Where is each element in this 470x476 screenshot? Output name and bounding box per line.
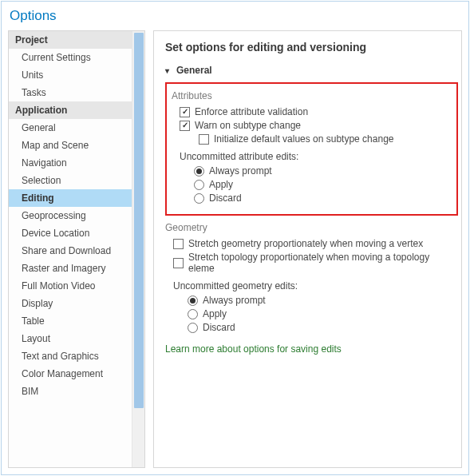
sidebar-item-table[interactable]: Table <box>9 312 144 330</box>
uncommitted-geom-radio[interactable] <box>188 323 198 333</box>
scrollbar-thumb[interactable] <box>134 33 144 408</box>
stretch-topo-label: Stretch topology proportionately when mo… <box>188 252 458 274</box>
sidebar-item-bim[interactable]: BIM <box>9 383 144 400</box>
sidebar-item-text-and-graphics[interactable]: Text and Graphics <box>9 347 144 365</box>
attributes-highlight: Attributes Enforce attribute validation … <box>165 82 458 216</box>
init-defaults-label: Initialize default values on subtype cha… <box>214 133 394 145</box>
uncommitted-geom-option-always-prompt[interactable]: Always prompt <box>188 295 458 306</box>
uncommitted-geom-radio-label: Discard <box>203 322 235 333</box>
sidebar-item-navigation[interactable]: Navigation <box>9 154 144 172</box>
sidebar-item-current-settings[interactable]: Current Settings <box>9 49 144 66</box>
geometry-title: Geometry <box>165 222 458 233</box>
learn-more-link[interactable]: Learn more about options for saving edit… <box>165 343 342 355</box>
sidebar-item-share-and-download[interactable]: Share and Download <box>9 242 144 260</box>
dialog-title: Options <box>2 2 468 30</box>
uncommitted-geom-label: Uncommitted geometry edits: <box>173 280 458 292</box>
stretch-vertex-row[interactable]: Stretch geometry proportionately when mo… <box>173 238 458 249</box>
sidebar-item-full-motion-video[interactable]: Full Motion Video <box>9 277 144 295</box>
chevron-down-icon: ▾ <box>165 66 173 75</box>
init-defaults-row[interactable]: Initialize default values on subtype cha… <box>199 133 452 145</box>
attributes-title: Attributes <box>172 90 452 101</box>
sidebar-item-raster-and-imagery[interactable]: Raster and Imagery <box>9 260 144 277</box>
uncommitted-attr-label: Uncommitted attribute edits: <box>180 151 452 162</box>
sidebar-item-map-and-scene[interactable]: Map and Scene <box>9 137 144 154</box>
options-dialog: Options ProjectCurrent SettingsUnitsTask… <box>1 1 469 475</box>
init-defaults-checkbox[interactable] <box>199 134 209 145</box>
stretch-vertex-checkbox[interactable] <box>173 239 184 249</box>
sidebar-item-device-location[interactable]: Device Location <box>9 224 144 242</box>
enforce-label: Enforce attribute validation <box>195 106 308 117</box>
uncommitted-attr-option-apply[interactable]: Apply <box>194 179 452 190</box>
enforce-row[interactable]: Enforce attribute validation <box>180 106 452 117</box>
sidebar-item-layout[interactable]: Layout <box>9 330 144 347</box>
stretch-topo-checkbox[interactable] <box>173 258 184 268</box>
sidebar-item-display[interactable]: Display <box>9 295 144 312</box>
stretch-topo-row[interactable]: Stretch topology proportionately when mo… <box>173 252 458 274</box>
sidebar-item-units[interactable]: Units <box>9 66 144 84</box>
warn-subtype-label: Warn on subtype change <box>195 120 301 131</box>
sidebar-scrollbar[interactable] <box>132 31 144 467</box>
category-sidebar: ProjectCurrent SettingsUnitsTasksApplica… <box>8 30 145 468</box>
uncommitted-geom-radio-label: Apply <box>203 308 227 319</box>
group-label: General <box>176 65 212 76</box>
uncommitted-geom-radio[interactable] <box>188 296 198 306</box>
content-panel: Set options for editing and versioning ▾… <box>153 30 462 468</box>
uncommitted-attr-radio-label: Discard <box>209 192 242 204</box>
sidebar-item-color-management[interactable]: Color Management <box>9 365 144 383</box>
uncommitted-attr-radio-label: Apply <box>209 179 233 190</box>
enforce-checkbox[interactable] <box>180 107 190 117</box>
warn-subtype-row[interactable]: Warn on subtype change <box>180 120 452 131</box>
sidebar-item-geoprocessing[interactable]: Geoprocessing <box>9 207 144 224</box>
sidebar-item-general[interactable]: General <box>9 119 144 137</box>
uncommitted-attr-radio[interactable] <box>194 193 204 204</box>
page-heading: Set options for editing and versioning <box>165 41 458 54</box>
uncommitted-attr-option-always-prompt[interactable]: Always prompt <box>194 165 452 177</box>
stretch-vertex-label: Stretch geometry proportionately when mo… <box>188 238 423 249</box>
group-general-header[interactable]: ▾ General <box>165 65 458 76</box>
uncommitted-geom-radio[interactable] <box>188 309 198 319</box>
sidebar-item-editing[interactable]: Editing <box>9 189 144 207</box>
uncommitted-attr-radio-label: Always prompt <box>209 165 272 177</box>
sidebar-category-project: Project <box>9 31 144 49</box>
uncommitted-geom-option-apply[interactable]: Apply <box>188 308 458 319</box>
sidebar-item-tasks[interactable]: Tasks <box>9 84 144 101</box>
uncommitted-attr-option-discard[interactable]: Discard <box>194 192 452 204</box>
uncommitted-attr-radio[interactable] <box>194 180 204 190</box>
uncommitted-geom-radio-label: Always prompt <box>203 295 266 306</box>
uncommitted-attr-radio[interactable] <box>194 166 204 177</box>
warn-subtype-checkbox[interactable] <box>180 121 190 131</box>
sidebar-item-selection[interactable]: Selection <box>9 172 144 189</box>
dialog-body: ProjectCurrent SettingsUnitsTasksApplica… <box>2 30 468 474</box>
sidebar-category-application: Application <box>9 101 144 119</box>
uncommitted-geom-option-discard[interactable]: Discard <box>188 322 458 333</box>
